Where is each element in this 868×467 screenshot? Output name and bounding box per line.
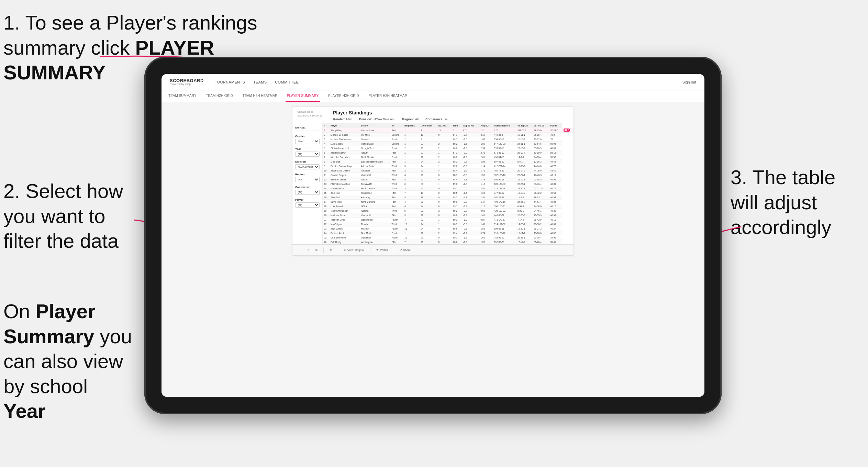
table-cell: 258-86-13: [493, 137, 516, 142]
table-cell: 1.65: [479, 235, 493, 240]
table-cell: Ian Gilligan: [329, 222, 359, 226]
table-cell: 23: [323, 226, 329, 231]
table-cell: Mats Ege: [329, 159, 359, 164]
table-cell: Arizona: [359, 209, 390, 213]
table-cell: Arizona State: [359, 164, 390, 168]
division-select[interactable]: NCAA Division I: [295, 164, 320, 169]
table-cell: 381-61-11: [516, 128, 533, 133]
table-cell: Jack Lundin: [329, 226, 359, 231]
sub-nav: TEAM SUMMARY TEAM H2H GRID TEAM H2H HEAT…: [162, 90, 704, 102]
table-cell: Fifth: [390, 168, 403, 173]
table-cell: Third: [390, 209, 403, 213]
tablet-screen: SCOREBOARD Powered by clippi TOURNAMENTS…: [162, 74, 704, 397]
table-cell: 68.4: [452, 177, 461, 182]
table-cell: 38-46-4: [533, 182, 549, 186]
table-cell: 15: [323, 191, 329, 195]
table-cell: Tiger Christensen: [329, 209, 359, 213]
table-cell: 509-82-21: [493, 226, 516, 231]
table-cell: 69.0: [452, 182, 461, 186]
watch-icon: 👁: [376, 248, 379, 252]
table-cell: 68.7: [452, 137, 461, 142]
year-select[interactable]: (All): [295, 152, 320, 157]
table-cell: 40.31: [549, 209, 562, 213]
table-cell: 27: [420, 155, 437, 159]
refresh-btn[interactable]: ↻: [328, 248, 334, 252]
table-cell: 22: [420, 186, 437, 191]
table-cell: 0: [437, 200, 452, 204]
table-cell: Florida: [359, 222, 390, 226]
table-cell: Missouri: [359, 226, 390, 231]
redo-btn[interactable]: ↪: [305, 248, 311, 252]
nav-teams[interactable]: TEAMS: [253, 80, 267, 84]
table-cell: 40.98: [549, 213, 562, 218]
table-cell: 68.4: [452, 168, 461, 173]
col-avg-sg: Avg SG: [479, 123, 493, 128]
table-cell: Alex Goff: [329, 195, 359, 200]
table-cell: 2: [437, 146, 452, 151]
nav-tournaments[interactable]: TOURNAMENTS: [215, 80, 245, 84]
table-cell: 9: [323, 164, 329, 168]
table-row: 15Jake HallTennesseeFifth718068.5-1.51.6…: [323, 191, 574, 195]
nav-committee[interactable]: COMMITTEE: [275, 80, 299, 84]
sub-nav-team-summary[interactable]: TEAM SUMMARY: [167, 90, 198, 102]
sub-nav-player-summary[interactable]: PLAYER SUMMARY: [286, 90, 320, 102]
table-cell: 58.18: [549, 151, 562, 155]
table-cell: 24: [323, 231, 329, 235]
table-cell: 39.45: [549, 240, 562, 244]
table-cell: 44-64-6: [533, 164, 549, 168]
table-header: Update time: 27/03/2024 16:56:26 Player …: [292, 107, 574, 123]
sub-nav-player-h2h-heatmap[interactable]: PLAYER H2H HEATMAP: [367, 90, 409, 102]
table-cell: North Carolina: [359, 186, 390, 191]
table-cell: 1: [452, 128, 461, 133]
no-rds-slider[interactable]: [295, 131, 320, 131]
view-original-btn[interactable]: ⊞ View: Original: [342, 248, 366, 252]
table-cell: 1.71: [479, 168, 493, 173]
table-cell: 605-96-18: [493, 177, 516, 182]
table-main-header: Player Standings Gender: Men Division: N…: [333, 110, 569, 121]
undo-btn[interactable]: ↩: [297, 248, 302, 252]
table-cell: Christo Lamprecht: [329, 146, 359, 151]
sign-out-link[interactable]: Sign out: [682, 80, 696, 84]
table-cell: Third: [390, 173, 403, 177]
table-cell: -1.0: [462, 218, 479, 222]
table-cell: -1.0: [462, 182, 479, 186]
table-cell: 7: [403, 191, 420, 195]
conference-select[interactable]: (All): [295, 190, 320, 195]
table-cell: 1: [403, 142, 420, 146]
sub-nav-team-h2h-grid[interactable]: TEAM H2H GRID: [205, 90, 234, 102]
table-cell: 1: [403, 133, 420, 137]
table-cell: 20-25-9: [516, 213, 533, 218]
content-area: Update time: 27/03/2024 16:56:26 Player …: [162, 102, 704, 397]
table-cell: 514-111-52: [493, 222, 516, 226]
table-row: 24Bastien AmatNew MexicoFourth127269.4-1…: [323, 231, 574, 235]
table-cell: Washington: [359, 218, 390, 222]
table-cell: 11-5-3: [516, 195, 533, 200]
table-cell: 0: [437, 133, 452, 137]
table-cell: 412-179-28: [493, 186, 516, 191]
table-cell: East Tennessee State: [359, 159, 390, 164]
table-cell: 40.75: [549, 186, 562, 191]
table-cell: -0.8: [462, 222, 479, 226]
sub-nav-player-h2h-grid[interactable]: PLAYER H2H GRID: [327, 90, 360, 102]
table-cell: Fourth: [390, 155, 403, 159]
table-cell: 387-133-16: [493, 173, 516, 177]
copy-btn[interactable]: ⧉: [314, 248, 319, 253]
table-cell: 69.2: [452, 209, 461, 213]
table-cell: -2.3: [462, 155, 479, 159]
region-select[interactable]: N/A: [295, 177, 320, 182]
table-cell: 4: [403, 200, 420, 204]
table-cell: Wenyi Ding: [329, 128, 359, 133]
table-cell: 24: [420, 159, 437, 164]
table-cell: 1: [437, 222, 452, 226]
player-select[interactable]: (All): [295, 202, 320, 208]
watch-btn[interactable]: 👁 Watch: [375, 248, 389, 252]
table-cell: 69.0: [452, 164, 461, 168]
table-cell: Fifth: [390, 159, 403, 164]
sub-nav-team-h2h-heatmap[interactable]: TEAM H2H HEATMAP: [241, 90, 279, 102]
share-btn[interactable]: ↗ Share: [398, 248, 412, 252]
table-cell: 50-18-5: [533, 177, 549, 182]
table-cell: Petr Hruby: [329, 240, 359, 244]
gender-select[interactable]: Men: [295, 139, 320, 144]
table-cell: Third: [390, 182, 403, 186]
table-cell: 70.1: [549, 137, 562, 142]
